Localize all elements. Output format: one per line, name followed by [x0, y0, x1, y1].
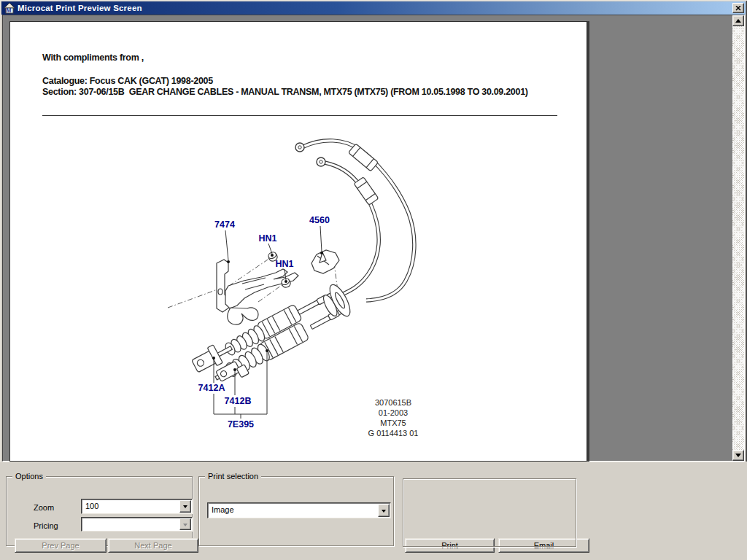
section-line: Section: 307-06/15B GEAR CHANGE CABLES -… — [42, 87, 563, 98]
caption-date: 01-2003 — [379, 408, 408, 417]
svg-text:M: M — [7, 7, 12, 14]
part-label-7474: 7474 — [214, 219, 235, 230]
leader-lines — [214, 226, 322, 419]
catalogue-line: Catalogue: Focus CAK (GCAT) 1998-2005 — [42, 76, 213, 87]
document-page: With compliments from , Catalogue: Focus… — [9, 21, 587, 462]
chevron-down-icon — [179, 518, 191, 530]
control-panel: Options Zoom 100 Pricing Prev Page Next … — [0, 462, 747, 560]
zoom-label: Zoom — [34, 503, 54, 512]
scroll-down-button[interactable] — [732, 450, 744, 461]
prev-page-button: Prev Page — [15, 538, 107, 553]
arrow-up-icon — [735, 16, 741, 23]
bracket-artwork — [217, 260, 298, 324]
part-label-7e395: 7E395 — [228, 419, 254, 429]
window-title: Microcat Print Preview Screen — [18, 4, 142, 12]
caption-reference: G 0114413 01 — [368, 429, 419, 438]
actions-group: Document Setup Attached Note Page Setup … — [403, 478, 576, 547]
next-page-button: Next Page — [108, 538, 198, 553]
print-selection-group: Print selection Image Print Email — [198, 476, 394, 546]
print-preview-area: With compliments from , Catalogue: Focus… — [2, 15, 745, 462]
cable-assembly-artwork — [190, 279, 356, 394]
leader-dots — [212, 252, 323, 371]
caption-drawing-number: 3070615B — [375, 398, 411, 407]
print-selection-group-title: Print selection — [205, 472, 261, 481]
arrow-down-icon — [735, 454, 741, 460]
compliments-line: With compliments from , — [42, 52, 144, 63]
construction-lines — [168, 260, 338, 308]
scroll-up-button[interactable] — [732, 15, 744, 26]
clip-artwork — [311, 250, 339, 273]
close-icon[interactable] — [732, 3, 744, 13]
app-icon: M — [4, 2, 15, 14]
part-label-7412a: 7412A — [198, 383, 225, 393]
pricing-label: Pricing — [34, 521, 58, 530]
caption-transmission: MTX75 — [380, 419, 406, 427]
cable-artwork — [295, 141, 414, 300]
microcat-window: M Microcat Print Preview Screen With com… — [0, 0, 747, 560]
header-divider — [42, 115, 557, 116]
part-label-7412b: 7412B — [225, 396, 252, 406]
vertical-scrollbar[interactable] — [732, 15, 744, 461]
options-group-title: Options — [12, 472, 46, 481]
part-label-hn1-top: HN1 — [258, 233, 276, 244]
print-selection-dropdown[interactable]: Image — [207, 502, 391, 518]
part-label-hn1-bottom: HN1 — [275, 259, 293, 269]
chevron-down-icon[interactable] — [179, 500, 191, 513]
print-selection-value: Image — [212, 505, 234, 514]
nut-artwork — [267, 251, 292, 289]
zoom-value: 100 — [85, 502, 98, 510]
title-bar: M Microcat Print Preview Screen — [1, 1, 746, 15]
zoom-dropdown[interactable]: 100 — [81, 499, 193, 514]
part-label-4560: 4560 — [309, 215, 330, 225]
options-group: Options Zoom 100 Pricing Prev Page Next … — [6, 476, 193, 546]
pricing-dropdown — [81, 517, 193, 532]
chevron-down-icon[interactable] — [378, 504, 390, 517]
